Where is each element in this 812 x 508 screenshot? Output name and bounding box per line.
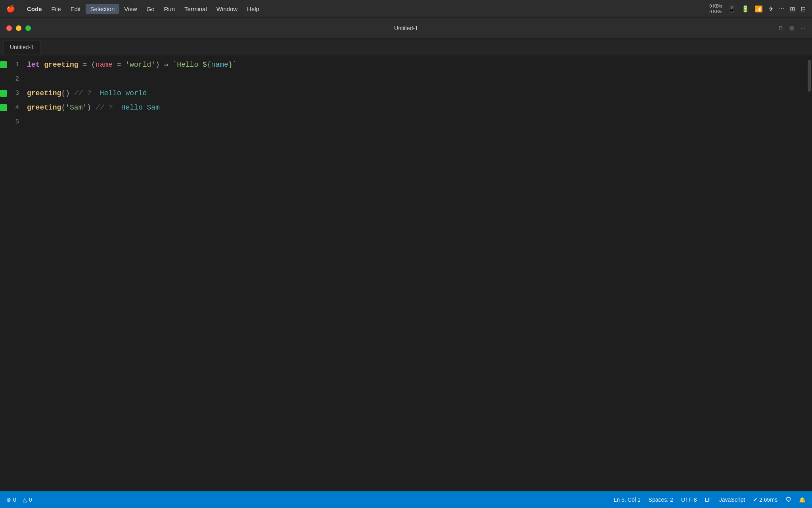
file-encoding[interactable]: UTF-8 [681,496,697,503]
more-actions-icon[interactable]: ··· [801,25,806,32]
scrollbar-thumb[interactable] [808,60,811,92]
code-line-4: greeting('Sam') // ? Hello Sam [24,100,806,115]
token-greeting-decl: greeting [44,58,78,72]
run-indicator-empty-5 [0,118,7,125]
warning-icon: △ [23,496,27,503]
token-call2-close: ) [87,100,91,115]
menu-file[interactable]: File [47,4,66,14]
token-default-eq: = [113,58,125,72]
iphone-icon: 📱 [728,5,736,13]
menu-code[interactable]: Code [22,4,47,14]
network-speed: 0 KB/s 0 KB/s [709,3,722,15]
token-default-val: 'world' [125,58,155,72]
menu-window[interactable]: Window [212,4,242,14]
minimize-button[interactable] [16,25,21,31]
token-call2-open: ( [61,100,65,115]
code-line-3: greeting() // ? Hello world [24,86,806,100]
token-comment4: // ? [96,100,113,115]
editor-container[interactable]: 1 2 3 4 5 let greeting = (name = 'world'… [0,56,812,491]
error-icon: ⊗ [6,496,11,503]
titlebar: Untitled-1 ⧉ ··· [0,18,812,38]
window-title: Untitled-1 [394,25,418,31]
maximize-button[interactable] [25,25,31,31]
indentation[interactable]: Spaces: 2 [649,496,673,503]
unsaved-dot [789,26,794,31]
menu-edit[interactable]: Edit [66,4,86,14]
token-space3 [70,86,74,100]
token-close-paren: ) [155,58,164,72]
apple-menu[interactable]: 🍎 [6,4,15,13]
token-template-open: `Hello ${ [172,58,211,72]
dots-icon[interactable]: ··· [779,5,784,12]
gutter-line-4: 4 [0,100,24,115]
warning-count[interactable]: △ 0 [23,496,32,503]
menu-go[interactable]: Go [142,4,159,14]
vertical-scrollbar[interactable] [806,56,812,491]
line-ending[interactable]: LF [705,496,711,503]
notification-icon[interactable]: ⊟ [801,5,806,13]
token-param-name: name [96,58,113,72]
traffic-lights [6,25,31,31]
tab-untitled1[interactable]: Untitled-1 [3,40,40,54]
gutter-line-5: 5 [0,115,24,129]
run-indicator-1[interactable] [0,61,7,68]
token-greeting-call1: greeting [27,86,61,100]
run-indicator-4[interactable] [0,104,7,111]
menubar: 🍎 Code File Edit Selection View Go Run T… [0,0,812,18]
cursor-position[interactable]: Ln 5, Col 1 [614,496,641,503]
line-gutter: 1 2 3 4 5 [0,56,24,491]
token-result3: Hello world [100,86,147,100]
menu-view[interactable]: View [119,4,142,14]
battery-icon: 🔋 [741,5,749,13]
menu-selection[interactable]: Selection [86,4,120,14]
error-count[interactable]: ⊗ 0 [6,496,16,503]
code-line-2 [24,72,806,86]
statusbar-left: ⊗ 0 △ 0 [6,496,32,503]
token-result4: Hello Sam [121,100,160,115]
notification-bell[interactable]: 🔔 [799,496,806,503]
controlcenter-icon[interactable]: ⊞ [790,5,795,13]
line-number-5: 5 [10,118,19,125]
code-line-5 [24,115,806,129]
token-interp-name: name [211,58,228,72]
token-space4 [91,100,96,115]
titlebar-actions: ⧉ ··· [779,25,806,32]
quokka-timing[interactable]: ✔ 2.65ms [753,496,778,503]
token-spaces3 [91,86,100,100]
line-number-4: 4 [10,104,19,111]
token-comment3: // ? [74,86,91,100]
menu-help[interactable]: Help [242,4,264,14]
token-greeting-call2: greeting [27,100,61,115]
line-number-2: 2 [10,75,19,83]
wifi-icon: 📶 [755,5,763,13]
language-mode[interactable]: JavaScript [719,496,745,503]
close-button[interactable] [6,25,12,31]
statusbar: ⊗ 0 △ 0 Ln 5, Col 1 Spaces: 2 UTF-8 LF J… [0,491,812,508]
menu-terminal[interactable]: Terminal [180,4,212,14]
line-number-1: 1 [10,61,19,68]
warning-number: 0 [29,496,32,503]
split-editor-icon[interactable]: ⧉ [779,25,783,32]
gutter-line-2: 2 [0,72,24,86]
run-indicator-empty-2 [0,75,7,83]
token-let: let [27,58,44,72]
statusbar-right: Ln 5, Col 1 Spaces: 2 UTF-8 LF JavaScrip… [614,496,806,503]
token-spaces4 [113,100,121,115]
gutter-line-1: 1 [0,58,24,72]
code-line-1: let greeting = (name = 'world') ⇒ `Hello… [24,58,806,72]
token-space [169,58,173,72]
tabbar: Untitled-1 [0,38,812,56]
error-number: 0 [13,496,16,503]
menu-run[interactable]: Run [159,4,180,14]
token-call1-parens: () [61,86,70,100]
token-sam-arg: 'Sam' [65,100,87,115]
token-assign: = ( [79,58,96,72]
token-template-close: }` [228,58,237,72]
token-arrow: ⇒ [164,58,169,72]
feedback-icon[interactable]: 🗨 [785,496,791,503]
gutter-line-3: 3 [0,86,24,100]
line-number-3: 3 [10,90,19,97]
code-editor[interactable]: let greeting = (name = 'world') ⇒ `Hello… [24,56,806,491]
airdrop-icon: ✈ [768,5,774,13]
run-indicator-3[interactable] [0,90,7,97]
